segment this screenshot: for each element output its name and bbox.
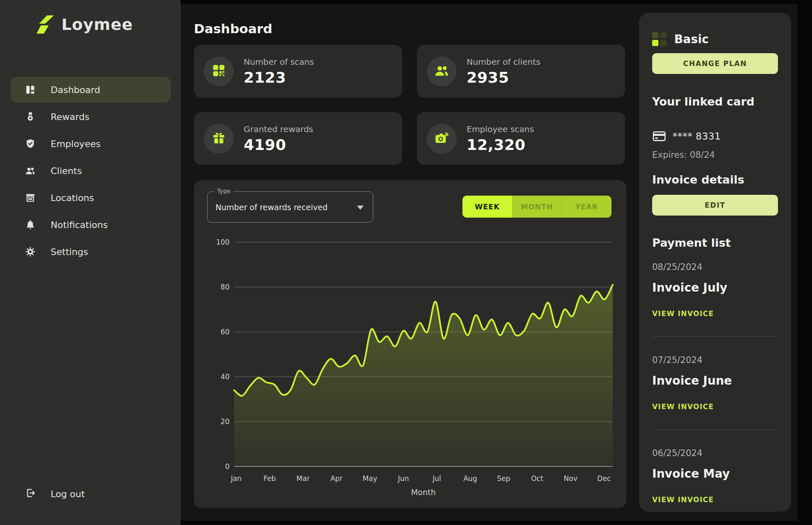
chart-type-select[interactable]: Type Number of rewards received	[207, 191, 373, 223]
icon-circle	[427, 124, 457, 154]
chart-range-toggle: WEEK MONTH YEAR	[462, 196, 611, 218]
svg-text:Dec: Dec	[597, 474, 611, 483]
svg-text:40: 40	[220, 373, 230, 381]
svg-text:Month: Month	[411, 488, 436, 497]
payment-list-heading: Payment list	[652, 236, 731, 249]
toggle-year[interactable]: YEAR	[562, 196, 611, 218]
linked-card-heading: Your linked card	[652, 95, 754, 108]
chart-series	[234, 285, 613, 466]
svg-text:Apr: Apr	[330, 474, 342, 483]
sidebar-item-dashboard[interactable]: Dashboard	[10, 77, 171, 103]
stat-label: Employee scans	[467, 124, 534, 134]
gear-icon	[25, 246, 36, 257]
sidebar-item-label: Settings	[51, 247, 88, 257]
qr-scan-icon	[211, 63, 226, 80]
icon-circle	[204, 124, 234, 154]
svg-text:60: 60	[220, 328, 230, 336]
payment-invoice-name: Invoice June	[652, 374, 778, 388]
payment-date: 07/25/2024	[652, 355, 778, 366]
logout-label: Log out	[51, 489, 85, 499]
sidebar-item-notifications[interactable]: Notifications	[10, 212, 171, 238]
rewards-line-chart: 020406080100JanFebMarAprMayJunJulAugSepO…	[194, 180, 626, 508]
sidebar-item-employees[interactable]: Employees	[10, 131, 171, 157]
credit-card-icon	[652, 131, 666, 142]
card-number: **** 8331	[673, 131, 721, 142]
linked-card-row: **** 8331	[652, 131, 721, 142]
svg-text:Oct: Oct	[531, 474, 543, 483]
chevron-down-icon	[357, 206, 364, 210]
svg-text:Jul: Jul	[432, 474, 441, 483]
sidebar-item-label: Employees	[51, 139, 100, 149]
loymee-logo-icon	[37, 14, 56, 35]
edit-invoice-details-button[interactable]: EDIT	[652, 195, 778, 216]
people-icon	[25, 165, 36, 176]
change-plan-button[interactable]: CHANGE PLAN	[652, 53, 778, 74]
svg-text:Sep: Sep	[497, 474, 510, 483]
view-invoice-link[interactable]: VIEW INVOICE	[652, 309, 714, 318]
logo: Loymee	[37, 14, 133, 35]
chart-type-select-value: Number of rewards received	[215, 192, 328, 222]
shield-check-icon	[25, 138, 36, 149]
stat-card-employee-scans: Employee scans 12,320	[417, 112, 625, 165]
toggle-week[interactable]: WEEK	[462, 196, 512, 218]
chart-axis-labels: 020406080100JanFebMarAprMayJunJulAugSepO…	[216, 238, 611, 497]
stat-value: 4190	[244, 136, 313, 153]
svg-text:May: May	[363, 474, 377, 483]
sidebar-item-settings[interactable]: Settings	[10, 239, 171, 265]
sidebar: Loymee Dashboard Rewards Employees	[0, 0, 181, 525]
payment-item: 07/25/2024 Invoice June VIEW INVOICE	[652, 355, 778, 411]
stat-label: Granted rewards	[244, 124, 313, 134]
dashboard-icon	[25, 84, 36, 95]
svg-text:Jan: Jan	[230, 474, 242, 483]
icon-circle	[204, 56, 234, 86]
logo-wordmark: Loymee	[61, 15, 133, 34]
payment-date: 06/25/2024	[652, 448, 778, 459]
svg-text:Nov: Nov	[564, 474, 577, 483]
stat-label: Number of scans	[244, 57, 314, 67]
stat-card-number-of-clients: Number of clients 2935	[417, 45, 625, 98]
svg-text:Feb: Feb	[263, 474, 276, 483]
invoice-details-heading: Invoice details	[652, 173, 744, 186]
stat-value: 2123	[244, 69, 314, 86]
sidebar-item-locations[interactable]: Locations	[10, 185, 171, 211]
toggle-month[interactable]: MONTH	[512, 196, 562, 218]
sidebar-item-label: Dashboard	[51, 85, 100, 95]
sidebar-nav: Dashboard Rewards Employees Clients	[10, 77, 171, 266]
plan-row: Basic	[652, 32, 709, 46]
stat-card-number-of-scans: Number of scans 2123	[194, 45, 402, 98]
payment-item: 06/25/2024 Invoice May VIEW INVOICE	[652, 448, 778, 504]
clients-icon	[434, 63, 450, 80]
bell-icon	[25, 219, 36, 230]
logout-icon	[25, 488, 36, 500]
storefront-icon	[25, 192, 36, 203]
sidebar-item-label: Notifications	[51, 220, 108, 230]
rewards-chart-card: Type Number of rewards received WEEK MON…	[194, 180, 626, 508]
sidebar-item-rewards[interactable]: Rewards	[10, 104, 171, 130]
sidebar-item-clients[interactable]: Clients	[10, 158, 171, 184]
chart-gridlines	[234, 242, 613, 466]
payment-invoice-name: Invoice July	[652, 281, 778, 295]
svg-text:Jun: Jun	[397, 474, 409, 483]
view-invoice-link[interactable]: VIEW INVOICE	[652, 495, 714, 504]
payment-date: 08/25/2024	[652, 262, 778, 272]
view-invoice-link[interactable]: VIEW INVOICE	[652, 402, 714, 411]
stat-value: 2935	[467, 69, 541, 86]
medal-icon	[25, 111, 36, 122]
stat-card-granted-rewards: Granted rewards 4190	[194, 112, 402, 165]
svg-text:Aug: Aug	[463, 474, 477, 483]
divider	[652, 336, 778, 337]
payment-invoice-name: Invoice May	[652, 467, 778, 481]
plan-panel: Basic CHANGE PLAN Your linked card **** …	[639, 13, 791, 512]
page-title: Dashboard	[194, 21, 272, 36]
stat-label: Number of clients	[467, 57, 541, 67]
payment-item: 08/25/2024 Invoice July VIEW INVOICE	[652, 262, 778, 318]
svg-text:Mar: Mar	[296, 474, 310, 483]
sidebar-item-label: Rewards	[51, 112, 89, 122]
gift-icon	[211, 130, 226, 147]
stat-value: 12,320	[467, 136, 534, 153]
logout-button[interactable]: Log out	[10, 483, 171, 504]
camera-icon	[434, 130, 450, 147]
sidebar-item-label: Locations	[51, 193, 94, 203]
app-window: Loymee Dashboard Rewards Employees	[0, 0, 812, 525]
svg-text:100: 100	[216, 238, 230, 246]
